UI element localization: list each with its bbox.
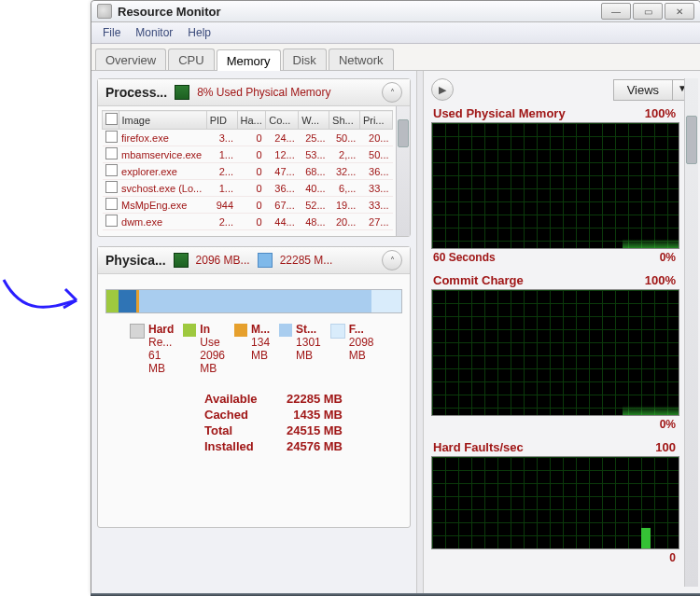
row-checkbox[interactable] <box>105 147 118 159</box>
annotation-arrow <box>0 252 89 326</box>
row-checkbox[interactable] <box>105 215 118 227</box>
tab-overview[interactable]: Overview <box>95 49 166 70</box>
window-title: Resource Monitor <box>118 5 601 19</box>
seg-standby <box>139 290 372 312</box>
physical-title: Physica... <box>105 253 166 268</box>
col-hard[interactable]: Ha... <box>237 111 266 130</box>
app-icon <box>97 4 112 19</box>
table-row[interactable]: svchost.exe (Lo...1...036...40...6,...33… <box>103 180 393 197</box>
menu-help[interactable]: Help <box>182 24 217 41</box>
col-image[interactable]: Image <box>119 111 206 130</box>
graph-commit-charge: Commit Charge100% 0% <box>431 273 678 431</box>
left-pane: Process... 8% Used Physical Memory ˄ Ima… <box>91 71 416 594</box>
cell-pid: 2... <box>206 163 237 180</box>
table-row[interactable]: dwm.exe2...044...48...20...27... <box>103 214 393 230</box>
cell-commit: 47... <box>266 163 299 180</box>
cell-image: explorer.exe <box>119 163 206 180</box>
graph3-br: 0 <box>669 551 676 564</box>
col-priv[interactable]: Pri... <box>359 111 392 130</box>
graph1-canvas <box>431 122 679 249</box>
lbl-installed: Installed <box>204 439 270 453</box>
client-area: Process... 8% Used Physical Memory ˄ Ima… <box>91 71 700 594</box>
tab-network[interactable]: Network <box>329 49 394 70</box>
graph3-tr: 100 <box>655 440 676 454</box>
processes-header[interactable]: Process... 8% Used Physical Memory ˄ <box>98 79 410 106</box>
close-button[interactable]: ✕ <box>665 3 694 20</box>
row-checkbox[interactable] <box>105 181 118 193</box>
menubar: File Monitor Help <box>91 22 700 44</box>
cell-priv: 50... <box>359 146 392 163</box>
right-toolbar: ▶ Views ▼ <box>431 78 693 101</box>
tab-memory[interactable]: Memory <box>217 49 281 71</box>
row-checkbox[interactable] <box>105 198 118 210</box>
legend-modified: M...134MB <box>234 323 270 375</box>
minimize-button[interactable]: — <box>601 3 631 20</box>
physical-chip1: 2096 MB... <box>196 254 250 267</box>
row-checkbox[interactable] <box>105 164 118 176</box>
titlebar[interactable]: Resource Monitor — ▭ ✕ <box>91 1 700 22</box>
tabbar: Overview CPU Memory Disk Network <box>91 44 700 71</box>
processes-scrollbar[interactable] <box>396 106 410 236</box>
cell-pid: 2... <box>206 214 237 230</box>
seg-hardware-reserved <box>106 290 119 312</box>
cell-commit: 12... <box>266 146 299 163</box>
table-row[interactable]: explorer.exe2...047...68...32...36... <box>103 163 393 180</box>
cell-image: dwm.exe <box>119 214 206 230</box>
cell-priv: 36... <box>359 163 392 180</box>
splitter[interactable] <box>416 71 424 594</box>
stage: Resource Monitor — ▭ ✕ File Monitor Help… <box>0 0 700 596</box>
col-pid[interactable]: PID <box>206 111 237 130</box>
physical-chip2: 22285 M... <box>280 254 333 267</box>
cell-sh: 19... <box>329 197 360 214</box>
col-sh[interactable]: Sh... <box>329 111 360 130</box>
lbl-cached: Cached <box>204 408 270 422</box>
cell-image: mbamservice.exe <box>119 146 206 163</box>
graph-used-physical: Used Physical Memory100% 60 Seconds0% <box>431 106 678 264</box>
right-scrollbar[interactable] <box>684 78 698 587</box>
legend-hardware-reserved: HardRe...61MB <box>130 323 174 375</box>
cell-pid: 3... <box>206 130 237 146</box>
cell-hard: 0 <box>237 146 266 163</box>
cell-pid: 944 <box>206 197 237 214</box>
process-table-header[interactable]: Image PID Ha... Co... W... Sh... Pri... <box>103 111 393 130</box>
menu-file[interactable]: File <box>97 24 126 41</box>
collapse-graphs-button[interactable]: ▶ <box>431 78 454 101</box>
row-checkbox[interactable] <box>105 131 118 143</box>
col-ws[interactable]: W... <box>299 111 329 130</box>
graph2-br: 0% <box>660 418 676 431</box>
cell-hard: 0 <box>237 197 266 214</box>
cell-hard: 0 <box>237 163 266 180</box>
legend-free: F...2098MB <box>330 323 374 375</box>
physical-header[interactable]: Physica... 2096 MB... 22285 M... ˄ <box>98 247 410 274</box>
cell-ws: 52... <box>299 197 329 214</box>
graph1-title: Used Physical Memory <box>433 106 566 120</box>
cell-hard: 0 <box>237 180 266 197</box>
cell-pid: 1... <box>206 180 237 197</box>
memory-legend: HardRe...61MB InUse2096MB M...134MB <box>102 323 406 375</box>
cell-ws: 68... <box>299 163 329 180</box>
window: Resource Monitor — ▭ ✕ File Monitor Help… <box>91 0 700 594</box>
maximize-button[interactable]: ▭ <box>633 3 663 20</box>
lbl-total: Total <box>204 423 270 437</box>
cell-commit: 36... <box>266 180 299 197</box>
cell-priv: 33... <box>359 197 392 214</box>
views-button[interactable]: Views <box>613 79 673 101</box>
menu-monitor[interactable]: Monitor <box>130 24 178 41</box>
graph3-title: Hard Faults/sec <box>433 440 524 454</box>
cell-hard: 0 <box>237 214 266 230</box>
tab-cpu[interactable]: CPU <box>168 49 214 70</box>
table-row[interactable]: firefox.exe3...024...25...50...20... <box>103 130 393 146</box>
cell-commit: 44... <box>266 214 299 230</box>
select-all-checkbox[interactable] <box>105 113 118 125</box>
cell-pid: 1... <box>206 146 237 163</box>
tab-disk[interactable]: Disk <box>283 49 327 70</box>
memory-bar <box>105 289 402 313</box>
memory-totals: Available22285 MB Cached1435 MB Total245… <box>204 392 406 453</box>
col-commit[interactable]: Co... <box>266 111 299 130</box>
table-row[interactable]: mbamservice.exe1...012...53...2,...50... <box>103 146 393 163</box>
physical-collapse-button[interactable]: ˄ <box>382 250 402 270</box>
right-pane: ▶ Views ▼ Used Physical Memory100% 60 Se… <box>424 71 700 594</box>
processes-body: Image PID Ha... Co... W... Sh... Pri... … <box>98 106 410 236</box>
table-row[interactable]: MsMpEng.exe944067...52...19...33... <box>103 197 393 214</box>
processes-collapse-button[interactable]: ˄ <box>382 82 402 103</box>
